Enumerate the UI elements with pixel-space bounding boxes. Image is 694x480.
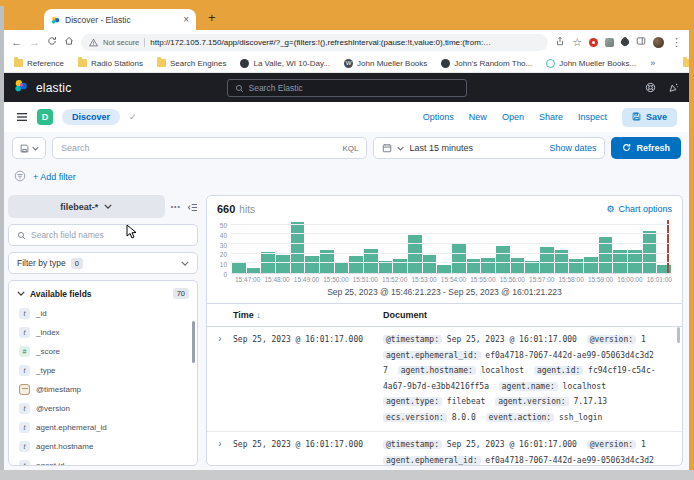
histogram-bar[interactable] (276, 255, 290, 273)
field-item-_index[interactable]: t_index (9, 323, 197, 342)
bookmark-item[interactable]: John Mueller Books (344, 59, 427, 68)
menu-dots-icon[interactable]: ⋮ (671, 37, 682, 48)
histogram-bar[interactable] (569, 259, 583, 273)
query-language-label[interactable]: KQL (342, 144, 358, 153)
field-search-input[interactable] (31, 230, 189, 240)
bookmark-item[interactable]: La Valle, WI 10-Day... (240, 59, 330, 68)
histogram-bar[interactable] (423, 255, 437, 273)
pinned-filters-icon[interactable] (14, 168, 26, 186)
bookmark-item[interactable]: Search Engines (157, 59, 226, 68)
address-bar[interactable]: Not secure http://172.105.7.150/app/disc… (81, 34, 548, 51)
histogram-bar[interactable] (291, 222, 305, 273)
histogram-bar[interactable] (437, 265, 451, 273)
newsfeed-icon[interactable] (668, 79, 679, 97)
global-search-input[interactable] (249, 83, 459, 93)
field-item-agent.hostname[interactable]: tagent.hostname (9, 437, 197, 456)
options-link[interactable]: Options (423, 112, 454, 122)
field-item-_type[interactable]: t_type (9, 361, 197, 380)
histogram-plot[interactable] (231, 220, 672, 274)
doc-field-name[interactable]: agent.name: (499, 382, 558, 391)
doc-field-name[interactable]: agent.id: (534, 366, 583, 375)
fields-scrollbar[interactable] (192, 321, 195, 363)
reload-icon[interactable] (47, 36, 57, 48)
global-search[interactable] (227, 79, 467, 97)
sort-descending-icon[interactable]: ↓ (256, 310, 261, 320)
collapse-sidebar-icon[interactable] (187, 198, 198, 216)
refresh-button[interactable]: Refresh (611, 137, 681, 159)
new-link[interactable]: New (469, 112, 487, 122)
field-item-@version[interactable]: t@version (9, 399, 197, 418)
doc-field-name[interactable]: @version: (587, 440, 636, 449)
histogram-bar[interactable] (496, 246, 510, 273)
doc-field-name[interactable]: agent.type: (383, 397, 442, 406)
home-icon[interactable] (64, 36, 74, 48)
doc-field-name[interactable]: @timestamp: (383, 335, 442, 344)
back-icon[interactable]: ← (11, 37, 22, 48)
add-filter-button[interactable]: + Add filter (33, 172, 76, 182)
table-row[interactable]: ›Sep 25, 2023 @ 16:01:17.000@timestamp: … (207, 327, 682, 432)
field-item-agent.id[interactable]: tagent.id (9, 456, 197, 466)
show-dates-link[interactable]: Show dates (549, 143, 596, 153)
breadcrumb[interactable]: Discover (62, 109, 120, 125)
field-item-_score[interactable]: #_score (9, 342, 197, 361)
side-panel-icon[interactable] (636, 36, 646, 48)
histogram-bar[interactable] (305, 256, 319, 273)
inspect-link[interactable]: Inspect (578, 112, 607, 122)
histogram-bar[interactable] (349, 256, 363, 273)
forward-icon[interactable]: → (29, 37, 40, 48)
open-link[interactable]: Open (502, 112, 524, 122)
tab-close-icon[interactable]: × (183, 14, 189, 25)
expand-row-icon[interactable]: › (218, 332, 221, 425)
histogram-bar[interactable] (408, 235, 422, 273)
time-picker[interactable]: Last 15 minutes Show dates (373, 137, 605, 159)
filter-by-type[interactable]: Filter by type 0 (8, 252, 198, 274)
hamburger-menu-icon[interactable] (16, 108, 28, 126)
bookmark-item[interactable]: Radio Stations (78, 59, 143, 68)
extension-image-icon[interactable] (605, 38, 614, 47)
histogram-bar[interactable] (247, 268, 261, 273)
elastic-logo-icon[interactable] (14, 79, 28, 97)
browser-tab[interactable]: Discover - Elastic × (44, 9, 196, 30)
doc-field-name[interactable]: agent.version: (495, 397, 568, 406)
doc-field-name[interactable]: ecs.version: (383, 413, 447, 422)
save-button[interactable]: Save (622, 108, 677, 127)
histogram-bar[interactable] (335, 262, 349, 273)
field-item-agent.ephemeral_id[interactable]: tagent.ephemeral_id (9, 418, 197, 437)
available-fields-label[interactable]: Available fields (30, 289, 168, 299)
field-list-options-icon[interactable]: ••• (171, 203, 181, 210)
all-bookmarks[interactable]: All Bookmarks (683, 59, 689, 68)
bookmark-star-icon[interactable]: ☆ (572, 37, 582, 48)
expand-row-icon[interactable]: › (218, 437, 221, 465)
doc-field-name[interactable]: agent.hostname: (398, 366, 476, 375)
extension-pin-icon[interactable] (619, 36, 630, 47)
bookmark-item[interactable]: John's Random Tho... (441, 59, 532, 68)
kql-search-input[interactable] (61, 143, 336, 153)
histogram-bar[interactable] (540, 247, 554, 273)
bookmark-item[interactable]: John Mueller Books... (546, 59, 636, 68)
time-range-value[interactable]: Last 15 minutes (409, 143, 544, 153)
histogram-bar[interactable] (452, 244, 466, 273)
histogram-bar[interactable] (393, 259, 407, 273)
histogram-bar[interactable] (481, 258, 495, 273)
field-search-box[interactable] (8, 224, 198, 246)
doc-field-name[interactable]: @timestamp: (383, 440, 442, 449)
doc-field-name[interactable]: event.action: (486, 413, 555, 422)
space-badge[interactable]: D (37, 109, 53, 125)
field-item-@timestamp[interactable]: @timestamp (9, 380, 197, 399)
histogram-bar[interactable] (657, 265, 671, 273)
doc-field-name[interactable]: agent.ephemeral_id: (383, 351, 481, 360)
profile-avatar[interactable] (653, 37, 664, 48)
share-link[interactable]: Share (539, 112, 563, 122)
histogram-bar[interactable] (467, 259, 481, 273)
table-row[interactable]: ›Sep 25, 2023 @ 16:01:17.000@timestamp: … (207, 432, 682, 465)
share-icon[interactable] (555, 36, 565, 48)
saved-query-menu[interactable] (12, 137, 46, 159)
time-column-header[interactable]: Time ↓ (233, 310, 383, 320)
doc-field-name[interactable]: agent.ephemeral_id: (383, 456, 481, 465)
new-tab-button[interactable]: + (208, 13, 216, 23)
data-view-picker[interactable]: filebeat-* (8, 195, 165, 218)
doc-field-name[interactable]: @version: (587, 335, 636, 344)
kql-search-box[interactable]: KQL (52, 137, 367, 159)
extension-red-icon[interactable] (589, 38, 598, 47)
bookmark-item[interactable]: Reference (14, 59, 64, 68)
